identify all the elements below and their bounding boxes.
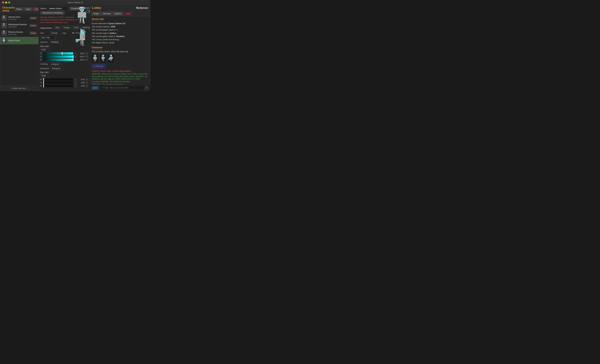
svg-rect-60 [83,35,84,38]
character-heading: Character [92,46,103,49]
char-list-item-2[interactable]: Rihanna MurphypassengerDelete [0,29,38,37]
eye-g-plus[interactable]: + [85,81,88,84]
svg-rect-77 [96,59,97,59]
create-slot-button[interactable]: Create new slot... [0,86,38,91]
panel-header: Character setup Rules Save Close [0,5,38,14]
ooc-button[interactable]: OOC [91,86,99,90]
close-window-btn[interactable] [2,1,4,3]
chat-messages-area: ADMIN: Admin login: localhost@vulppine S… [92,70,149,85]
clothing-select[interactable]: Jumpsuit [50,62,63,66]
call-vote-button[interactable]: Call vote [101,12,112,16]
delete-char-1[interactable]: Delete [29,24,37,27]
save-button[interactable]: Save [24,7,32,11]
skin-b-minus[interactable]: - [74,58,77,61]
name-input[interactable] [48,7,68,10]
customize-button[interactable]: Customize [92,64,106,68]
backpack-select[interactable]: Backpack [51,67,64,70]
char-info-0: Hannah Khanpassenger [8,16,28,20]
skin-r-minus[interactable]: - [74,52,77,55]
char-role-0: passenger [8,18,28,20]
svg-rect-64 [80,40,82,43]
r-channel-label: R [40,52,42,55]
svg-rect-46 [84,16,86,18]
randomize-everything-button[interactable]: Randomize everything [40,11,65,15]
svg-rect-30 [2,40,3,41]
svg-rect-14 [3,26,4,27]
svg-rect-97 [109,57,110,59]
eye-r-minus[interactable]: - [74,78,77,81]
svg-rect-67 [94,55,94,56]
backpack-select-wrapper: Backpack [51,67,64,70]
tab-antags[interactable]: Antags [61,26,71,29]
ahelp-button[interactable]: AHelp [91,12,101,16]
clothing-row: Clothing: Jumpsuit [40,62,88,66]
char-info-1: Witseidutsei-Neetizeipassenger [8,23,28,28]
b-channel-label: B [40,59,42,61]
skin-g-track[interactable] [43,56,73,58]
character-sprite-side [76,28,88,50]
char-list-item-1[interactable]: Witseidutsei-NeetizeipassengerDelete [0,22,38,29]
svg-rect-96 [110,57,112,59]
char-name-0: Hannah Khan [8,16,28,18]
skin-color-mode-select[interactable]: RGBHSV [40,48,49,51]
server-name: MyServer [136,7,148,9]
char-list-item-3[interactable]: Iantha Green [0,37,38,44]
chat-input[interactable] [100,86,144,90]
svg-rect-38 [80,8,81,9]
skin-mode-wrapper: RGBHSV [40,48,49,51]
skin-r-track[interactable] [43,52,73,55]
char-name-3: Iantha Green [8,39,37,42]
eye-r-track[interactable] [43,78,73,81]
svg-rect-26 [5,38,5,39]
tab-jobs[interactable]: Jobs [53,26,61,29]
sex-label: Sex: [40,32,49,34]
character-sprite-front [76,7,88,25]
eye-g-minus[interactable]: - [74,81,77,84]
eye-r-plus[interactable]: + [85,78,88,81]
char-avatar-0 [1,15,7,21]
right-content: Server Info Hi and welcome to Space Stat… [90,16,150,85]
svg-rect-86 [102,56,103,56]
middle-panel: Name: Randomize Randomize everything War… [38,5,90,91]
skin-g-plus[interactable]: + [85,55,88,58]
svg-rect-59 [83,30,84,31]
svg-rect-74 [93,57,94,59]
skin-b-track[interactable] [43,59,73,61]
skin-g-minus[interactable]: - [74,55,77,58]
eye-b-minus[interactable]: - [74,84,77,87]
delete-char-2[interactable]: Delete [29,32,37,35]
svg-rect-93 [103,60,104,61]
rules-button[interactable]: Rules [15,7,24,11]
svg-rect-21 [5,32,5,33]
eye-b-plus[interactable]: + [85,84,88,87]
char-list-item-0[interactable]: Hannah KhanpassengerDelete [0,14,38,22]
svg-rect-57 [80,29,82,30]
skin-b-plus[interactable]: + [85,58,88,61]
svg-rect-71 [94,56,95,56]
maximize-window-btn[interactable] [8,1,10,3]
eye-color-mode-select[interactable]: RGB [40,74,49,77]
eye-b-slider-row: B - 0.00 + [40,84,88,87]
skin-r-plus[interactable]: + [85,52,88,55]
pronouns-select[interactable]: She / HerHe / HimThey / Them [40,36,56,39]
leave-button[interactable]: Leave [124,12,133,16]
sex-select[interactable]: FemaleMale [50,31,61,35]
options-button[interactable]: Options [112,12,123,16]
species-select[interactable]: ReptilianHuman [50,40,62,44]
svg-rect-81 [95,61,96,62]
eye-g-track[interactable] [43,82,73,84]
motto-text: >No stress, build something! [92,38,149,41]
svg-rect-68 [96,55,96,56]
delete-char-0[interactable]: Delete [29,17,37,19]
svg-rect-53 [76,39,80,41]
backpack-row: Backpack: Backpack [40,67,88,70]
svg-rect-75 [96,57,97,59]
chat-filter-button[interactable]: ▼ [145,86,149,90]
svg-rect-10 [4,24,4,24]
svg-rect-11 [3,25,5,26]
eye-b-track[interactable] [43,85,73,87]
svg-rect-87 [103,56,104,56]
minimize-window-btn[interactable] [5,1,7,3]
svg-rect-20 [2,32,3,33]
mini-sprite-3-svg [108,55,114,62]
